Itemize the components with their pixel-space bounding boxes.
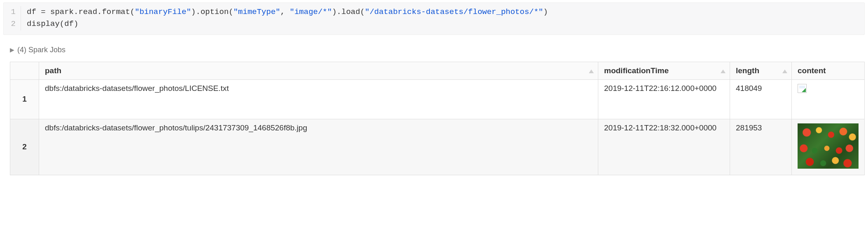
line-number: 1 bbox=[4, 6, 16, 18]
spark-jobs-label: (4) Spark Jobs bbox=[17, 46, 65, 54]
column-header-content[interactable]: content bbox=[792, 62, 865, 79]
code-token: , bbox=[280, 7, 290, 16]
code-token: ) bbox=[543, 7, 548, 16]
cell-modificationtime: 2019-12-11T22:18:32.000+0000 bbox=[598, 119, 730, 175]
column-header-label: path bbox=[45, 66, 61, 75]
column-header-path[interactable]: path bbox=[39, 62, 598, 79]
column-header-length[interactable]: length bbox=[730, 62, 792, 79]
code-token: df = spark.read.format( bbox=[27, 7, 135, 16]
column-header-label: length bbox=[736, 66, 759, 75]
code-token: display(df) bbox=[27, 19, 78, 28]
chevron-right-icon: ▶ bbox=[10, 46, 14, 53]
row-number: 2 bbox=[10, 119, 39, 175]
code-string: "mimeType" bbox=[233, 7, 280, 16]
column-header-label: modificationTime bbox=[604, 66, 669, 75]
row-number: 1 bbox=[10, 79, 39, 119]
code-string: "binaryFile" bbox=[135, 7, 191, 16]
code-token: ).load( bbox=[332, 7, 365, 16]
cell-length: 281953 bbox=[730, 119, 792, 175]
code-token: ).option( bbox=[191, 7, 233, 16]
column-header-modificationtime[interactable]: modificationTime bbox=[598, 62, 730, 79]
cell-content bbox=[792, 79, 865, 119]
sort-asc-icon[interactable] bbox=[782, 66, 787, 75]
code-cell[interactable]: 1 2 df = spark.read.format("binaryFile")… bbox=[3, 2, 865, 35]
column-header-label: content bbox=[798, 66, 826, 75]
cell-path[interactable]: dbfs:/databricks-datasets/flower_photos/… bbox=[39, 119, 598, 175]
result-table: path modificationTime length content 1 d… bbox=[10, 62, 865, 175]
column-header-rownum[interactable] bbox=[10, 62, 39, 79]
sort-asc-icon[interactable] bbox=[589, 66, 594, 75]
code-gutter: 1 2 bbox=[4, 6, 21, 30]
cell-length: 418049 bbox=[730, 79, 792, 119]
code-string: "image/*" bbox=[290, 7, 332, 16]
table-header-row: path modificationTime length content bbox=[10, 62, 865, 79]
table-row: 2 dbfs:/databricks-datasets/flower_photo… bbox=[10, 119, 865, 175]
cell-content bbox=[792, 119, 865, 175]
cell-modificationtime: 2019-12-11T22:16:12.000+0000 bbox=[598, 79, 730, 119]
tulips-thumbnail-image bbox=[798, 123, 859, 169]
broken-image-icon bbox=[798, 84, 807, 93]
spark-jobs-toggle[interactable]: ▶ (4) Spark Jobs bbox=[10, 46, 868, 54]
table-row: 1 dbfs:/databricks-datasets/flower_photo… bbox=[10, 79, 865, 119]
code-string: "/databricks-datasets/flower_photos/*" bbox=[365, 7, 543, 16]
line-number: 2 bbox=[4, 18, 16, 30]
cell-path[interactable]: dbfs:/databricks-datasets/flower_photos/… bbox=[39, 79, 598, 119]
code-body[interactable]: df = spark.read.format("binaryFile").opt… bbox=[21, 6, 548, 30]
sort-asc-icon[interactable] bbox=[721, 66, 726, 75]
